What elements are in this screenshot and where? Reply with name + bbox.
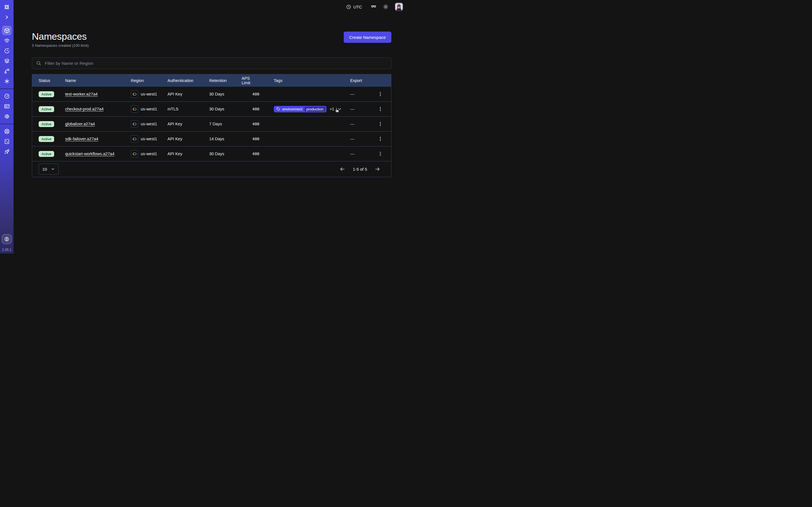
sidebar-item-billing[interactable] bbox=[0, 101, 13, 111]
rocket-icon bbox=[2, 147, 11, 156]
sidebar-bottom: 2.35.1 bbox=[2, 234, 11, 253]
row-menu-button[interactable] bbox=[378, 92, 383, 97]
table-body: Active test-worker.a27a4 bbox=[32, 87, 391, 161]
layers-icon bbox=[2, 56, 11, 66]
asterisk-icon bbox=[2, 76, 11, 86]
status-badge: Active bbox=[39, 121, 54, 127]
export-value: — bbox=[350, 152, 376, 156]
retention-label: 30 Days bbox=[209, 107, 242, 111]
timezone-label: UTC bbox=[353, 4, 362, 9]
table-footer: 10 1-5 of 5 bbox=[32, 161, 391, 177]
aps-limit-value: 400 bbox=[242, 107, 259, 111]
sidebar-divider bbox=[0, 89, 13, 89]
namespace-link[interactable]: quickstart-workflows.a27a4 bbox=[65, 152, 114, 156]
auth-label: API Key bbox=[167, 152, 209, 156]
table-row: Active sdk-failover.a27a4 bbox=[32, 131, 391, 146]
sidebar-expand-button[interactable] bbox=[0, 12, 13, 22]
row-menu-button[interactable] bbox=[378, 136, 383, 142]
auth-label: API Key bbox=[167, 92, 209, 96]
sun-icon bbox=[383, 4, 389, 10]
branch-icon bbox=[2, 66, 11, 76]
tag-chip[interactable]: environment production bbox=[274, 106, 326, 112]
sidebar: 2.35.1 bbox=[0, 0, 13, 253]
sidebar-item-release-notes[interactable] bbox=[0, 136, 13, 147]
sidebar-item-insights[interactable] bbox=[0, 36, 13, 46]
col-status: Status bbox=[39, 78, 65, 83]
retention-label: 30 Days bbox=[209, 92, 242, 96]
filter-input[interactable] bbox=[44, 61, 387, 66]
credits-button[interactable] bbox=[2, 234, 11, 244]
export-value: — bbox=[350, 136, 376, 141]
status-badge: Active bbox=[39, 106, 54, 112]
gcp-cloud-icon bbox=[131, 120, 138, 128]
col-aps-limit: APS Limit bbox=[242, 76, 259, 85]
expand-tags-button[interactable] bbox=[337, 107, 342, 112]
page-size-select[interactable]: 10 bbox=[39, 164, 59, 175]
sidebar-item-workflows[interactable] bbox=[0, 66, 13, 76]
user-avatar[interactable] bbox=[395, 3, 403, 11]
col-region: Region bbox=[131, 78, 167, 83]
row-menu-button[interactable] bbox=[378, 107, 383, 112]
tag-value: production bbox=[305, 107, 326, 112]
sidebar-item-deployments[interactable] bbox=[0, 56, 13, 66]
chevron-right-icon bbox=[2, 12, 11, 22]
col-name: Name bbox=[65, 78, 131, 83]
incognito-button[interactable] bbox=[370, 4, 377, 10]
cube-icon bbox=[2, 25, 11, 35]
filter-bar bbox=[32, 57, 391, 69]
region-label: us-west1 bbox=[141, 152, 157, 156]
auth-label: API Key bbox=[167, 122, 209, 126]
next-page-button[interactable] bbox=[374, 166, 380, 172]
region-label: us-west1 bbox=[141, 122, 157, 126]
sidebar-item-nexus[interactable] bbox=[0, 76, 13, 86]
status-badge: Active bbox=[39, 91, 54, 97]
create-namespace-button[interactable]: Create Namespace bbox=[344, 32, 391, 43]
namespace-link[interactable]: test-worker.a27a4 bbox=[65, 92, 98, 96]
timer-icon bbox=[2, 46, 11, 55]
theme-toggle-button[interactable] bbox=[383, 4, 389, 10]
table-row: Active checkout-prod.a27a4 bbox=[32, 101, 391, 116]
temporal-logo bbox=[2, 2, 11, 12]
aps-limit-value: 400 bbox=[242, 92, 259, 96]
namespace-link[interactable]: sdk-failover.a27a4 bbox=[65, 136, 98, 141]
table-header-row: Status Name Region Authentication Retent… bbox=[32, 74, 391, 87]
search-icon bbox=[36, 61, 42, 66]
sidebar-item-support[interactable] bbox=[0, 126, 13, 136]
gcp-cloud-icon bbox=[131, 150, 138, 158]
col-export: Export bbox=[350, 78, 376, 83]
tags-cell: environment production +1 bbox=[274, 106, 350, 112]
gear-icon bbox=[2, 112, 11, 121]
col-authentication: Authentication bbox=[167, 78, 209, 83]
row-menu-button[interactable] bbox=[378, 151, 383, 156]
chevron-down-icon bbox=[51, 167, 55, 171]
sidebar-item-usage[interactable] bbox=[0, 91, 13, 101]
prev-page-button[interactable] bbox=[340, 166, 345, 172]
sidebar-item-schedules[interactable] bbox=[0, 46, 13, 56]
glasses-icon bbox=[370, 4, 377, 10]
pagination: 1-5 of 5 bbox=[340, 166, 380, 172]
namespace-link[interactable]: checkout-prod.a27a4 bbox=[65, 107, 103, 111]
status-badge: Active bbox=[39, 136, 54, 142]
namespace-link[interactable]: globalizer.a27a4 bbox=[65, 122, 95, 126]
row-menu-button[interactable] bbox=[378, 121, 383, 126]
page-size-value: 10 bbox=[42, 167, 47, 172]
sidebar-item-settings[interactable] bbox=[0, 111, 13, 121]
timezone-button[interactable]: UTC bbox=[346, 4, 362, 10]
sidebar-item-namespaces[interactable] bbox=[0, 25, 13, 36]
auth-label: API Key bbox=[167, 136, 209, 141]
sidebar-nav-account bbox=[0, 91, 13, 121]
sidebar-item-getting-started[interactable] bbox=[0, 147, 13, 157]
app-root: 2.35.1 UTC bbox=[0, 0, 406, 253]
region-label: us-west1 bbox=[141, 136, 157, 141]
sidebar-nav-help bbox=[0, 126, 13, 157]
main-area: UTC bbox=[13, 0, 406, 253]
sidebar-nav-primary bbox=[0, 25, 13, 86]
aps-limit-value: 400 bbox=[242, 136, 259, 141]
credit-card-icon bbox=[2, 101, 11, 111]
gcp-cloud-icon bbox=[131, 105, 138, 113]
retention-label: 30 Days bbox=[209, 152, 242, 156]
topbar: UTC bbox=[13, 0, 406, 13]
temporal-logo-icon[interactable] bbox=[0, 2, 13, 12]
gcp-cloud-icon bbox=[131, 91, 138, 98]
table-row: Active test-worker.a27a4 bbox=[32, 87, 391, 101]
